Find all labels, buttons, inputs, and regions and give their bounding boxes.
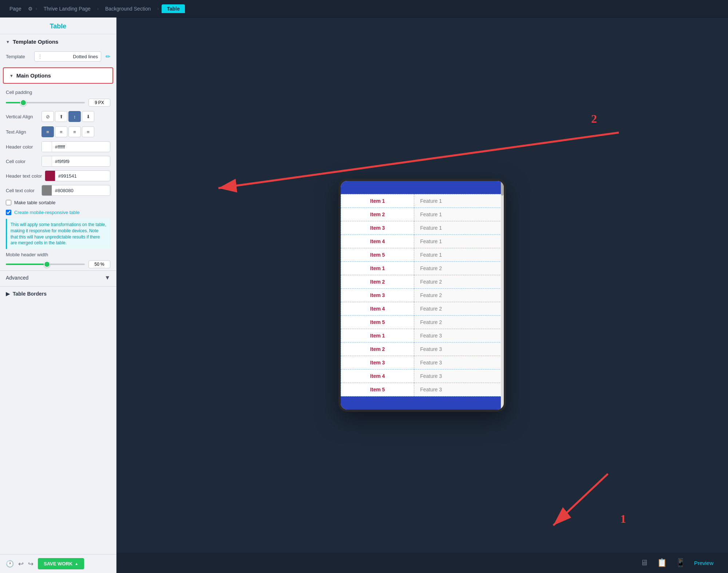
make-sortable-row: Make table sortable — [0, 198, 116, 208]
scrollbar-thumb[interactable] — [501, 181, 504, 195]
nav-page[interactable]: Page — [6, 4, 25, 13]
mobile-header-track[interactable] — [6, 264, 85, 265]
template-value: Dotted lines — [73, 54, 98, 59]
nav-thrive[interactable]: Thrive Landing Page — [40, 4, 94, 13]
make-sortable-checkbox[interactable] — [6, 200, 11, 205]
template-options-label: Template Options — [13, 39, 59, 45]
table-row: Item 3Feature 2 — [341, 289, 504, 302]
advanced-row[interactable]: Advanced ▼ — [0, 270, 116, 285]
item-cell: Item 4 — [341, 235, 414, 248]
table-row: Item 4Feature 1 — [341, 235, 504, 248]
main-options-arrow: ▼ — [9, 74, 13, 78]
cell-padding-slider-container: 9 PX — [6, 99, 110, 107]
feature-cell: Feature 2 — [414, 262, 504, 275]
mobile-icon[interactable]: 📱 — [676, 558, 685, 568]
cell-padding-number: 9 — [95, 100, 97, 105]
gear-icon[interactable]: ⚙ — [28, 6, 33, 12]
cell-padding-label: Cell padding — [6, 90, 39, 95]
feature-cell: Feature 3 — [414, 329, 504, 343]
item-cell: Item 4 — [341, 370, 414, 383]
table-footer-bar — [341, 396, 504, 410]
table-borders-arrow: ▶ — [6, 291, 10, 297]
text-align-group: ≡ ≡ ≡ ≡ — [41, 126, 94, 137]
table-row: Item 5Feature 1 — [341, 248, 504, 262]
preview-button[interactable]: Preview — [694, 560, 713, 566]
cell-padding-track[interactable] — [6, 102, 85, 103]
redo-icon[interactable]: ↪ — [28, 560, 33, 568]
main-layout: Table ▼ Template Options Template ⋮ Dott… — [0, 17, 728, 573]
table-row: Item 2Feature 2 — [341, 275, 504, 289]
align-left-btn[interactable]: ≡ — [41, 126, 54, 137]
template-select[interactable]: ⋮ Dotted lines — [34, 51, 101, 62]
align-center-btn[interactable]: ≡ — [55, 126, 67, 137]
advanced-label: Advanced — [6, 275, 28, 281]
tablet-icon[interactable]: 📋 — [657, 558, 667, 568]
header-text-color-swatch — [45, 171, 55, 181]
svg-line-2 — [553, 474, 608, 526]
mobile-header-slider-container: 50 % — [6, 260, 110, 268]
mobile-header-width-label: Mobile header width — [0, 250, 116, 259]
cell-color-hex: #f9f9f9 — [52, 157, 72, 166]
feature-cell: Feature 2 — [414, 275, 504, 289]
vertical-align-label: Vertical Align — [6, 114, 39, 119]
cell-padding-thumb[interactable] — [20, 99, 27, 106]
table-row: Item 1Feature 2 — [341, 262, 504, 275]
header-color-hex: #ffffff — [52, 143, 68, 151]
feature-cell: Feature 1 — [414, 194, 504, 208]
feature-cell: Feature 3 — [414, 370, 504, 383]
header-text-color-label: Header text color — [6, 173, 42, 179]
align-right-btn[interactable]: ≡ — [68, 126, 81, 137]
desktop-icon[interactable]: 🖥 — [640, 558, 648, 568]
template-row: Template ⋮ Dotted lines ✏ — [0, 49, 116, 65]
cell-color-label: Cell color — [6, 159, 39, 164]
item-cell: Item 1 — [341, 329, 414, 343]
table-row: Item 2Feature 3 — [341, 343, 504, 356]
main-options-section[interactable]: ▼ Main Options — [3, 67, 113, 84]
advanced-chevron-icon: ▼ — [104, 274, 110, 281]
table-row: Item 1Feature 3 — [341, 329, 504, 343]
align-none-btn[interactable]: ⊘ — [41, 111, 54, 122]
history-icon[interactable]: 🕐 — [6, 560, 14, 568]
header-color-label: Header color — [6, 144, 39, 150]
undo-icon[interactable]: ↩ — [18, 560, 24, 568]
mobile-header-thumb[interactable] — [44, 261, 50, 268]
cell-color-input[interactable]: #f9f9f9 — [41, 156, 110, 167]
annotation-1: 1 — [620, 512, 626, 526]
nav-background[interactable]: Background Section — [102, 4, 154, 13]
nav-table[interactable]: Table — [162, 4, 185, 13]
table-borders-section[interactable]: ▶ Table Borders — [0, 286, 116, 301]
align-justify-btn[interactable]: ≡ — [82, 126, 94, 137]
mobile-header-number: 50 — [94, 262, 99, 267]
device-screen: Item 1Feature 1Item 2Feature 1Item 3Feat… — [341, 181, 504, 410]
cell-text-color-hex: #808080 — [52, 186, 76, 195]
table-row: Item 5Feature 2 — [341, 316, 504, 329]
cell-color-row: Cell color #f9f9f9 — [0, 154, 116, 169]
mobile-header-unit: % — [100, 262, 104, 267]
align-middle-btn[interactable]: ↕ — [68, 111, 81, 122]
mobile-responsive-checkbox[interactable] — [6, 210, 11, 215]
cell-text-color-label: Cell text color — [6, 188, 39, 193]
scrollbar[interactable] — [501, 181, 504, 410]
template-edit-icon[interactable]: ✏ — [106, 53, 110, 60]
feature-cell: Feature 1 — [414, 248, 504, 262]
item-cell: Item 2 — [341, 208, 414, 221]
mobile-responsive-label: Create mobile-responsive table — [14, 210, 80, 215]
vertical-align-group: ⊘ ⬆ ↕ ⬇ — [41, 111, 94, 122]
table-row: Item 3Feature 3 — [341, 356, 504, 370]
save-work-button[interactable]: SAVE WORK ▲ — [38, 558, 84, 569]
save-dropdown-icon: ▲ — [75, 562, 78, 566]
align-bottom-btn[interactable]: ⬇ — [82, 111, 94, 122]
nav-sep-1: › — [36, 6, 37, 11]
table-row: Item 1Feature 1 — [341, 194, 504, 208]
header-color-input[interactable]: #ffffff — [41, 141, 110, 152]
template-options-section[interactable]: ▼ Template Options — [0, 34, 116, 49]
align-top-btn[interactable]: ⬆ — [55, 111, 67, 122]
item-cell: Item 2 — [341, 275, 414, 289]
cell-text-color-input[interactable]: #808080 — [41, 185, 110, 196]
annotation-2: 2 — [591, 112, 597, 126]
mobile-header-fill — [6, 264, 46, 265]
feature-cell: Feature 2 — [414, 302, 504, 316]
table-row: Item 3Feature 1 — [341, 221, 504, 235]
nav-sep-3: › — [157, 6, 159, 11]
header-text-color-input[interactable]: #991541 — [45, 170, 110, 181]
